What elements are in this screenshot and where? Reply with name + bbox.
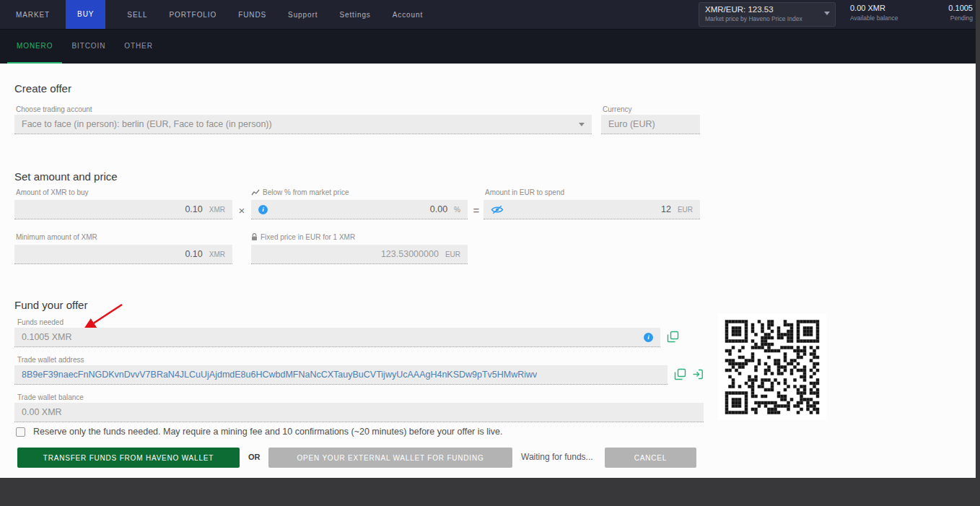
market-price-selector[interactable]: XMR/EUR: 123.53 Market price by Haveno P… — [699, 2, 836, 27]
wallet-address-value: 8B9eF39naecFnNGDKvnDvvV7BRaN4JLCuUjAjdmd… — [22, 370, 537, 380]
currency-label: Currency — [603, 105, 632, 113]
reserve-funds-label: Reserve only the funds needed. May requi… — [33, 427, 502, 437]
market-tabs: MONERO BITCOIN OTHER — [0, 29, 976, 64]
create-offer-panel: Create offer Choose trading account Face… — [0, 64, 976, 478]
nav-sell[interactable]: SELL — [127, 11, 147, 19]
min-amount-label: Minimum amount of XMR — [16, 233, 97, 241]
multiply-operator: × — [235, 204, 248, 217]
fixed-price-suffix: EUR — [445, 250, 460, 258]
tab-bitcoin[interactable]: BITCOIN — [62, 30, 115, 64]
copy-icon[interactable] — [667, 331, 679, 343]
reserve-funds-checkbox[interactable] — [16, 427, 25, 437]
funds-needed-field[interactable]: 0.1005 XMR — [14, 328, 660, 347]
currency-field[interactable]: Euro (EUR) — [601, 115, 700, 134]
pct-suffix: % — [454, 206, 460, 214]
top-navbar: MARKET BUY SELL PORTFOLIO FUNDS Support … — [0, 0, 976, 29]
waiting-for-funds-status: Waiting for funds... — [521, 452, 593, 462]
external-wallet-button[interactable]: OPEN YOUR EXTERNAL WALLET FOR FUNDING — [268, 448, 512, 468]
available-balance: 0.00 XMR Available balance — [850, 4, 931, 22]
fixed-price-input[interactable]: 123.53000000 EUR — [251, 245, 468, 264]
amount-input[interactable]: 0.10 XMR — [14, 200, 232, 219]
or-text: OR — [248, 453, 261, 461]
market-price-pair: XMR/EUR: 123.53 — [705, 5, 829, 14]
lock-icon — [251, 233, 258, 241]
tab-monero[interactable]: MONERO — [7, 30, 62, 64]
app-window: MARKET BUY SELL PORTFOLIO FUNDS Support … — [0, 0, 976, 478]
create-offer-title: Create offer — [14, 82, 71, 95]
trading-account-label: Choose trading account — [16, 105, 92, 113]
available-balance-value: 0.00 XMR — [850, 4, 931, 12]
nav-support[interactable]: Support — [288, 11, 318, 19]
transfer-funds-button[interactable]: TRANSFER FUNDS FROM HAVENO WALLET — [17, 448, 240, 468]
spend-label: Amount in EUR to spend — [485, 188, 564, 196]
pending-balance: 0.1005 Pending — [929, 4, 973, 22]
cancel-button[interactable]: CANCEL — [605, 448, 696, 468]
set-amount-title: Set amount and price — [14, 170, 118, 183]
qr-code — [718, 314, 826, 420]
nav-buy[interactable]: BUY — [66, 0, 105, 29]
trading-account-value: Face to face (in person): berlin (EUR, F… — [22, 119, 272, 129]
spend-value: 12 — [661, 204, 671, 214]
min-amount-suffix: XMR — [209, 250, 225, 258]
pct-label: Below % from market price — [251, 188, 349, 196]
amount-value: 0.10 — [185, 204, 202, 214]
funds-needed-label: Funds needed — [17, 318, 64, 326]
spend-input[interactable]: 12 EUR — [484, 200, 700, 219]
qr-code-pattern — [718, 314, 826, 420]
currency-value: Euro (EUR) — [608, 119, 655, 129]
equals-operator: = — [470, 204, 483, 217]
chevron-down-icon — [824, 12, 830, 15]
pending-balance-value: 0.1005 — [929, 4, 973, 12]
wallet-address-label: Trade wallet address — [17, 356, 84, 364]
nav-portfolio[interactable]: PORTFOLIO — [169, 11, 216, 19]
wallet-address-field[interactable]: 8B9eF39naecFnNGDKvnDvvV7BRaN4JLCuUjAjdmd… — [14, 365, 668, 385]
nav-settings[interactable]: Settings — [339, 11, 370, 19]
amount-suffix: XMR — [209, 206, 225, 214]
trading-account-select[interactable]: Face to face (in person): berlin (EUR, F… — [14, 115, 592, 134]
available-balance-label: Available balance — [850, 14, 931, 22]
fixed-price-value: 123.53000000 — [381, 249, 439, 259]
pending-balance-label: Pending — [929, 14, 973, 22]
nav-market[interactable]: MARKET — [16, 11, 50, 19]
fixed-price-label: Fixed price in EUR for 1 XMR — [251, 233, 355, 241]
tab-other[interactable]: OTHER — [115, 30, 162, 64]
copy-icon[interactable] — [674, 368, 686, 380]
funds-needed-value: 0.1005 XMR — [22, 332, 71, 342]
market-price-source: Market price by Haveno Price Index — [705, 15, 829, 22]
pct-input[interactable]: 0.00 % — [251, 200, 468, 219]
eye-off-icon[interactable] — [491, 205, 504, 214]
nav-account[interactable]: Account — [393, 11, 423, 19]
info-icon[interactable] — [644, 333, 653, 342]
info-icon[interactable] — [258, 205, 268, 214]
pct-value: 0.00 — [430, 204, 447, 214]
min-amount-input[interactable]: 0.10 XMR — [14, 245, 232, 264]
wallet-balance-value: 0.00 XMR — [22, 407, 62, 417]
fund-offer-title: Fund your offer — [14, 299, 87, 311]
nav-funds[interactable]: FUNDS — [238, 11, 266, 19]
chart-icon — [251, 189, 260, 196]
min-amount-value: 0.10 — [185, 249, 202, 259]
wallet-balance-label: Trade wallet balance — [17, 393, 84, 401]
spend-suffix: EUR — [678, 206, 693, 214]
wallet-balance-field[interactable]: 0.00 XMR — [14, 403, 704, 422]
open-wallet-icon[interactable] — [692, 368, 704, 380]
amount-label: Amount of XMR to buy — [16, 188, 89, 196]
chevron-down-icon — [579, 123, 585, 126]
